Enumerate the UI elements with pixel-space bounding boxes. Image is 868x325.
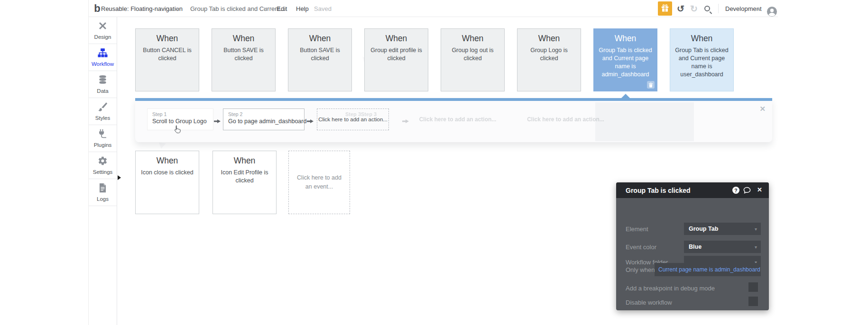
event-card-desc: Group log out is clicked <box>445 46 500 63</box>
sidebar-item-settings[interactable]: Settings <box>89 152 117 179</box>
dropdown-value: Group Tab <box>689 226 718 232</box>
design-tools-icon <box>98 21 108 33</box>
step-label: Step 1 <box>152 111 208 117</box>
ghost-action-text: Click here to add an action... <box>515 108 617 130</box>
chevron-down-icon: ▾ <box>755 226 757 232</box>
event-card-title: When <box>445 34 500 44</box>
app-selector[interactable]: Reusable: Floating-navigation <box>101 0 183 17</box>
step-text: Scroll to Group Logo <box>152 118 208 125</box>
event-card-desc: Group Logo is clicked <box>521 46 577 63</box>
disable-workflow-checkbox[interactable] <box>748 297 758 306</box>
event-color-dropdown[interactable]: Blue ▾ <box>684 241 761 253</box>
event-card-title: When <box>598 34 653 44</box>
only-when-expression[interactable]: Current page name is admin_dashboard <box>655 263 761 276</box>
sidebar-item-logs[interactable]: Logs <box>89 179 117 206</box>
ghost-action-text: Click here to add an action... <box>410 108 505 130</box>
event-card[interactable]: When Button CANCEL is clicked <box>135 28 199 91</box>
document-icon <box>98 183 108 195</box>
chevron-down-icon: ▾ <box>755 244 757 250</box>
event-card-desc: Button CANCEL is clicked <box>139 46 195 63</box>
sidebar-item-data[interactable]: Data <box>89 71 117 98</box>
sidebar-item-plugins[interactable]: Plugins <box>89 125 117 152</box>
chevron-down-icon: ▾ <box>264 0 267 17</box>
sidebar-item-label: Settings <box>93 169 113 175</box>
event-card-title: When <box>139 34 195 44</box>
event-card-desc: Icon Edit Profile is clicked <box>217 169 272 185</box>
selected-event-caret <box>621 94 630 98</box>
sidebar-item-label: Plugins <box>94 142 112 148</box>
event-card-selected[interactable]: When Group Tab is clicked and Current pa… <box>593 28 657 91</box>
event-card[interactable]: When Group Logo is clicked <box>517 28 581 91</box>
paintbrush-icon <box>98 102 108 114</box>
event-card-title: When <box>521 34 577 44</box>
sidebar-item-label: Data <box>97 88 108 94</box>
gear-icon <box>98 156 108 168</box>
environment-selector[interactable]: Development <box>725 0 762 17</box>
workflow-step-1[interactable]: Step 1 Scroll to Group Logo <box>147 108 213 130</box>
workflow-orgchart-icon <box>98 48 108 60</box>
sidebar-item-design[interactable]: Design <box>89 17 117 44</box>
step-text: Go to page admin_dashboard <box>228 118 299 125</box>
gift-icon <box>661 4 669 14</box>
workflow-step-2[interactable]: Step 2 Go to page admin_dashboard <box>223 108 305 130</box>
sidebar: Design Workflow Data Styles Plugins <box>88 17 117 325</box>
event-card[interactable]: When Icon close is clicked <box>135 151 199 214</box>
top-bar: b Reusable: Floating-navigation ▾ Group … <box>88 0 778 17</box>
topbar-divider <box>718 4 719 13</box>
menu-help[interactable]: Help <box>296 0 309 17</box>
menu-edit[interactable]: Edit <box>277 0 287 17</box>
search-icon[interactable] <box>704 0 714 17</box>
bubble-workflow-editor: b Reusable: Floating-navigation ▾ Group … <box>0 0 868 325</box>
step-arrow-icon <box>214 117 221 122</box>
step-arrow-icon <box>307 117 314 122</box>
event-card-title: When <box>216 34 271 44</box>
redo-icon[interactable]: ↻ <box>690 0 698 17</box>
sidebar-item-label: Styles <box>95 115 110 121</box>
event-card-title: When <box>139 156 195 166</box>
trash-icon[interactable] <box>647 81 655 89</box>
event-card[interactable]: When Button SAVE is clicked <box>288 28 352 91</box>
element-dropdown[interactable]: Group Tab ▾ <box>684 223 761 235</box>
chevron-down-icon: ▾ <box>176 0 179 17</box>
sidebar-item-workflow[interactable]: Workflow <box>89 44 117 71</box>
saved-status: Saved <box>314 0 332 17</box>
event-card[interactable]: When Group log out is clicked <box>441 28 505 91</box>
sidebar-item-label: Design <box>94 34 111 40</box>
chevron-down-icon: ▾ <box>757 0 760 17</box>
close-icon[interactable]: ✕ <box>757 186 762 193</box>
disable-workflow-label: Disable workflow <box>626 299 672 306</box>
help-icon[interactable]: ? <box>732 187 739 194</box>
dropdown-value: Blue <box>689 244 702 250</box>
only-when-label: Only when <box>626 266 655 273</box>
event-card-highlighted[interactable]: When Group Tab is clicked and Current pa… <box>670 28 734 91</box>
breakpoint-label: Add a breakpoint in debug mode <box>626 285 715 292</box>
sidebar-expand-arrow[interactable] <box>118 175 121 180</box>
undo-icon[interactable]: ↺ <box>677 0 684 17</box>
event-card[interactable]: When Group edit profile is clicked <box>364 28 428 91</box>
property-editor-panel: Group Tab is clicked ? ✕ Element Group T… <box>616 182 769 310</box>
sidebar-item-styles[interactable]: Styles <box>89 98 117 125</box>
expression-text: Current page name is admin_dashboard <box>658 266 760 273</box>
close-icon[interactable]: ✕ <box>759 105 766 113</box>
sidebar-item-label: Workflow <box>92 61 114 67</box>
event-card-title: When <box>217 156 272 166</box>
event-card-desc: Group Tab is clicked and Current page na… <box>674 46 729 79</box>
step-label: Step 2 <box>228 111 299 117</box>
event-card-title: When <box>674 34 729 44</box>
property-panel-title: Group Tab is clicked <box>626 187 691 194</box>
comment-icon[interactable] <box>743 187 751 194</box>
workflow-selector[interactable]: Group Tab is clicked and Current... <box>190 0 285 17</box>
database-icon <box>98 75 108 87</box>
gift-button[interactable] <box>658 1 672 16</box>
event-card-title: When <box>292 34 348 44</box>
event-card[interactable]: When Icon Edit Profile is clicked <box>212 151 277 214</box>
breakpoint-checkbox[interactable] <box>748 282 758 292</box>
user-avatar[interactable] <box>766 3 777 20</box>
property-panel-header[interactable]: Group Tab is clicked ? ✕ <box>616 182 769 198</box>
ghost-step-arrow <box>402 117 409 126</box>
add-event-placeholder[interactable]: Click here to add an event... <box>288 151 350 214</box>
event-card-desc: Group edit profile is clicked <box>369 46 424 63</box>
add-action-placeholder[interactable]: Click here to add an action... <box>317 108 389 130</box>
field-label: Event color <box>626 244 656 251</box>
event-card[interactable]: When Button SAVE is clicked <box>212 28 276 91</box>
